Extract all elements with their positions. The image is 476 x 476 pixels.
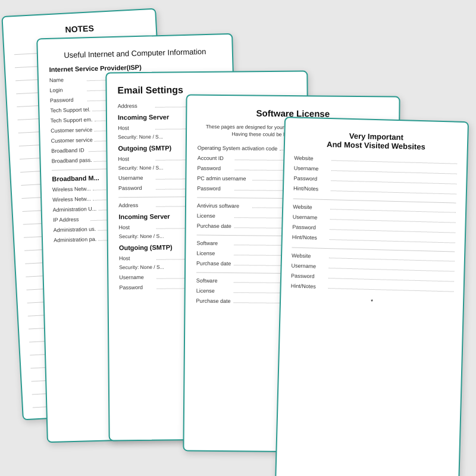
isp-main-title: Useful Internet and Computer Information <box>49 46 221 60</box>
email-host4-label: Host <box>119 255 155 262</box>
w2-website-label: Website <box>293 203 328 211</box>
email-password2-label: Password <box>119 284 155 291</box>
sw1-purchase-label: Purchase date <box>196 260 232 267</box>
wireless1-label: Wireless Netw... <box>52 186 91 193</box>
w3-website-label: Website <box>292 252 327 259</box>
email-password1-label: Password <box>118 185 154 192</box>
w3-password-label: Password <box>291 273 327 280</box>
email-username2-label: Username <box>119 274 155 281</box>
w2-password-label: Password <box>292 224 328 231</box>
isp-tech-tel-label: Tech Support tel. <box>50 107 90 114</box>
admin-url-label: Administration U... <box>53 206 97 213</box>
websites-title-line2: And Most Visited Websites <box>327 140 425 151</box>
av-purchase-label: Purchase date <box>197 223 233 229</box>
email-address1-label: Address <box>118 103 154 109</box>
w3-username-label: Username <box>291 262 327 270</box>
antivirus-label: Antivirus software <box>197 202 250 209</box>
w2-username-label: Username <box>293 214 328 221</box>
os-label: Operating System activation code <box>198 145 278 151</box>
isp-bbid-label: Broadband ID <box>51 147 87 154</box>
notes-title: NOTES <box>12 21 146 37</box>
isp-name-label: Name <box>49 76 85 83</box>
account-id-label: Account ID <box>198 155 233 161</box>
ip-label: IP Address <box>53 216 89 223</box>
w2-hint-label: Hint/Notes <box>292 234 328 241</box>
email-host2-label: Host <box>118 156 154 162</box>
wireless2-label: Wireless Netw... <box>52 196 91 203</box>
isp-password-label: Password <box>50 96 86 104</box>
email-username1-label: Username <box>118 175 154 181</box>
admin-pass-label: Administration pa. <box>54 236 96 243</box>
isp-tech-em-label: Tech Support em. <box>51 117 93 124</box>
website-section-2: Website Username Password Hint/Notes <box>292 202 456 244</box>
websites-title: Very Important And Most Visited Websites <box>295 130 458 152</box>
w1-password-label: Password <box>293 175 329 182</box>
isp-cust1-label: Customer service <box>51 127 92 134</box>
email-host3-label: Host <box>119 224 155 231</box>
sw2-purchase-label: Purchase date <box>196 298 232 304</box>
website-section-3: Website Username Password Hint/Notes <box>291 251 455 293</box>
websites-asterisk: * <box>290 296 453 306</box>
sw-password2-label: Password <box>197 185 233 192</box>
av-license-label: License <box>197 212 233 219</box>
isp-cust2-label: Customer service <box>51 137 93 144</box>
w1-hint-label: Hint/Notes <box>293 185 329 192</box>
pc-admin-label: PC admin username <box>197 175 250 181</box>
websites-card: Very Important And Most Visited Websites… <box>275 117 469 476</box>
admin-user-label: Administration us. <box>53 226 96 233</box>
isp-bbpass-label: Broadband pass. <box>51 157 92 164</box>
sw1-license-label: License <box>196 250 232 256</box>
sw1-label: Software <box>196 240 232 246</box>
email-address2-label: Address <box>118 202 154 209</box>
w3-hint-label: Hint/Notes <box>291 283 327 290</box>
w1-website-label: Website <box>294 155 330 162</box>
email-host1-label: Host <box>118 125 154 131</box>
website-section-1: Website Username Password Hint/Notes <box>293 154 458 195</box>
w1-username-label: Username <box>294 165 330 172</box>
sw-password-label: Password <box>198 165 233 171</box>
isp-login-label: Login <box>49 86 85 93</box>
sw2-license-label: License <box>196 287 232 294</box>
sw2-label: Software <box>196 277 232 284</box>
